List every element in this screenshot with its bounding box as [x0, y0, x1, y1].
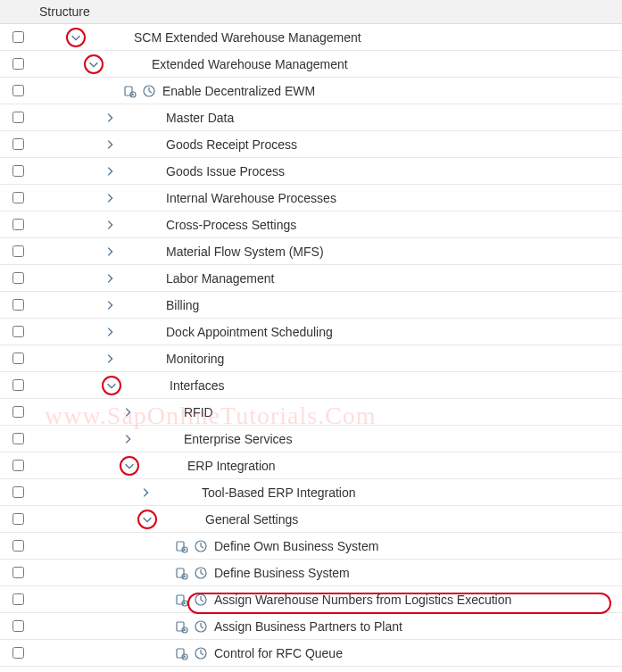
tree-row[interactable]: Enable Decentralized EWM	[0, 78, 622, 104]
row-checkbox[interactable]	[12, 647, 24, 659]
node-label: Labor Management	[166, 271, 274, 286]
row-checkbox[interactable]	[12, 379, 24, 391]
tree-row[interactable]: ERP Integration	[0, 452, 622, 479]
img-doc-icon[interactable]	[121, 83, 137, 99]
tree-row[interactable]: Cross-Process Settings	[0, 212, 622, 238]
row-checkbox[interactable]	[12, 540, 24, 552]
svg-point-18	[184, 629, 186, 631]
tree-body: SCM Extended Warehouse ManagementExtende…	[0, 24, 622, 667]
tree-row[interactable]: Labor Management	[0, 265, 622, 292]
tree-row[interactable]: Tool-Based ERP Integration	[0, 479, 622, 506]
tree-row[interactable]: Goods Receipt Process	[0, 131, 622, 158]
chevron-right-icon[interactable]	[102, 110, 118, 126]
img-doc-icon[interactable]	[173, 565, 189, 581]
chevron-right-icon[interactable]	[102, 163, 118, 179]
row-checkbox[interactable]	[12, 192, 24, 203]
node-label: Dock Appointment Scheduling	[166, 325, 333, 339]
tree-row[interactable]: General Settings	[0, 506, 622, 533]
chevron-down-icon[interactable]	[120, 456, 139, 476]
chevron-right-icon[interactable]	[102, 244, 118, 260]
header-title: Structure	[39, 4, 90, 19]
row-checkbox[interactable]	[12, 245, 24, 257]
chevron-right-icon[interactable]	[102, 190, 118, 206]
activity-clock-icon[interactable]	[193, 618, 209, 635]
chevron-down-icon[interactable]	[102, 376, 121, 395]
svg-point-10	[184, 576, 186, 577]
node-label: General Settings	[205, 512, 298, 527]
tree-row[interactable]: Define Own Business System	[0, 533, 622, 560]
row-checkbox[interactable]	[12, 219, 24, 230]
row-checkbox[interactable]	[12, 620, 24, 632]
row-checkbox[interactable]	[12, 299, 24, 311]
svg-rect-4	[177, 542, 184, 551]
svg-rect-0	[125, 87, 132, 95]
tree-row[interactable]: Dock Appointment Scheduling	[0, 319, 622, 345]
row-checkbox[interactable]	[12, 31, 24, 43]
row-checkbox[interactable]	[12, 112, 24, 123]
tree-row[interactable]: Define Business System	[0, 560, 622, 586]
img-doc-icon[interactable]	[173, 618, 189, 635]
activity-clock-icon[interactable]	[193, 592, 209, 608]
node-label: Define Business System	[214, 566, 350, 580]
row-checkbox[interactable]	[12, 326, 24, 337]
structure-header: Structure	[0, 0, 622, 24]
tree-row[interactable]: SCM Extended Warehouse Management	[0, 24, 622, 51]
img-doc-icon[interactable]	[173, 592, 189, 608]
chevron-right-icon[interactable]	[102, 270, 118, 286]
tree-row[interactable]: Goods Issue Process	[0, 158, 622, 185]
row-checkbox[interactable]	[12, 593, 24, 605]
chevron-right-icon[interactable]	[102, 297, 118, 313]
tree-row[interactable]: Control for RFC Queue	[0, 640, 622, 667]
row-checkbox[interactable]	[12, 513, 24, 525]
tree-row[interactable]: Master Data	[0, 104, 622, 131]
svg-point-22	[184, 656, 186, 658]
img-doc-icon[interactable]	[173, 645, 189, 661]
row-checkbox[interactable]	[12, 486, 24, 498]
tree-row[interactable]: Assign Business Partners to Plant	[0, 613, 622, 640]
tree-row[interactable]: Assign Warehouse Numbers from Logistics …	[0, 586, 622, 613]
row-checkbox[interactable]	[12, 353, 24, 364]
tree-row[interactable]: Material Flow System (MFS)	[0, 238, 622, 265]
node-label: Goods Receipt Process	[166, 137, 297, 152]
tree-row[interactable]: Enterprise Services	[0, 426, 622, 452]
row-checkbox[interactable]	[12, 567, 24, 578]
activity-clock-icon[interactable]	[193, 645, 209, 661]
img-doc-icon[interactable]	[173, 538, 189, 554]
row-checkbox[interactable]	[12, 272, 24, 284]
tree-row[interactable]: Internal Warehouse Processes	[0, 185, 622, 212]
row-checkbox[interactable]	[12, 165, 24, 177]
chevron-right-icon[interactable]	[120, 404, 136, 420]
activity-clock-icon[interactable]	[193, 565, 209, 581]
node-label: Assign Business Partners to Plant	[214, 619, 402, 634]
chevron-right-icon[interactable]	[120, 431, 136, 447]
tree-row[interactable]: Billing	[0, 292, 622, 319]
row-checkbox[interactable]	[12, 85, 24, 96]
row-checkbox[interactable]	[12, 138, 24, 150]
node-label: Internal Warehouse Processes	[166, 191, 336, 205]
node-label: Tool-Based ERP Integration	[202, 485, 356, 500]
chevron-down-icon[interactable]	[84, 54, 104, 74]
row-checkbox[interactable]	[12, 58, 24, 70]
chevron-down-icon[interactable]	[137, 510, 157, 529]
svg-point-14	[184, 602, 186, 604]
tree-row[interactable]: Interfaces	[0, 372, 622, 399]
chevron-right-icon[interactable]	[102, 324, 118, 340]
chevron-right-icon[interactable]	[102, 217, 118, 233]
svg-point-6	[184, 549, 186, 551]
tree-row[interactable]: Monitoring	[0, 345, 622, 372]
chevron-right-icon[interactable]	[102, 137, 118, 153]
svg-rect-16	[177, 622, 184, 631]
node-label: Billing	[166, 298, 199, 312]
tree-row[interactable]: RFID	[0, 399, 622, 426]
tree-row[interactable]: Extended Warehouse Management	[0, 51, 622, 78]
row-checkbox[interactable]	[12, 433, 24, 444]
node-label: Master Data	[166, 111, 234, 125]
chevron-right-icon[interactable]	[137, 485, 153, 501]
chevron-down-icon[interactable]	[66, 28, 86, 47]
chevron-right-icon[interactable]	[102, 351, 118, 367]
row-checkbox[interactable]	[12, 406, 24, 418]
row-checkbox[interactable]	[12, 460, 24, 471]
activity-clock-icon[interactable]	[141, 83, 157, 99]
node-label: Define Own Business System	[214, 539, 378, 553]
activity-clock-icon[interactable]	[193, 538, 209, 554]
